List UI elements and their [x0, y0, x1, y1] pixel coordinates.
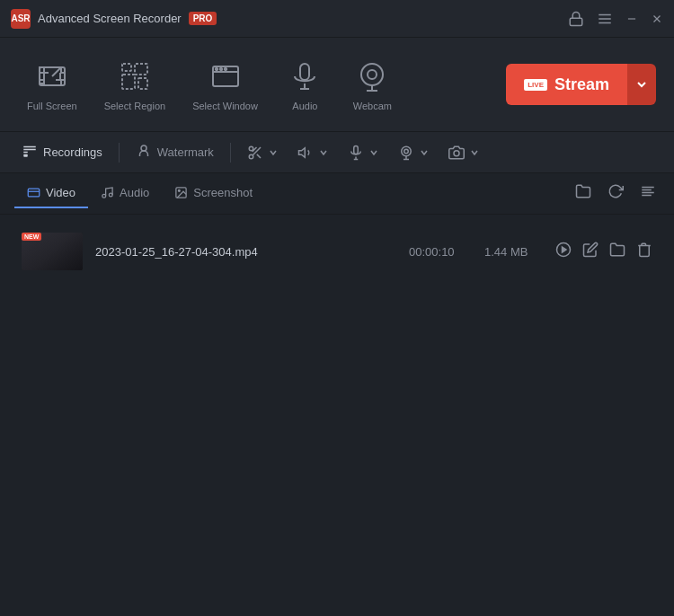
edit-button[interactable] [582, 242, 599, 262]
stream-btn-group: LIVE Stream [506, 64, 656, 105]
svg-rect-19 [300, 64, 309, 80]
new-badge: NEW [22, 233, 41, 241]
recording-duration: 00:00:10 [409, 245, 472, 259]
open-folder-button[interactable] [572, 180, 595, 207]
thumbnail-wrapper: NEW [22, 233, 83, 270]
tab-video[interactable]: Video [14, 179, 88, 208]
app-title: Advanced Screen Recorder [38, 12, 182, 25]
recording-item[interactable]: NEW 2023-01-25_16-27-04-304.mp4 00:00:10… [14, 224, 660, 279]
stream-dropdown-button[interactable] [627, 64, 656, 105]
select-region-label: Select Region [104, 101, 166, 111]
svg-point-41 [404, 149, 409, 154]
svg-point-44 [454, 150, 459, 155]
svg-rect-37 [354, 145, 359, 154]
svg-point-22 [361, 64, 383, 85]
live-badge: LIVE [524, 79, 547, 91]
tab-screenshot[interactable]: Screenshot [162, 179, 265, 208]
stream-label: Stream [554, 75, 609, 94]
app-logo: ASR [11, 9, 31, 29]
svg-point-40 [402, 146, 412, 156]
close-button[interactable] [651, 13, 663, 25]
stream-button[interactable]: LIVE Stream [506, 64, 627, 105]
tab-video-label: Video [46, 186, 75, 199]
pro-badge: PRO [189, 12, 217, 25]
svg-rect-45 [28, 189, 40, 197]
recording-filename: 2023-01-25_16-27-04-304.mp4 [95, 245, 396, 259]
title-bar-left: ASR Advanced Screen Recorder PRO [11, 9, 217, 29]
select-region-icon [116, 57, 154, 95]
content-area: NEW 2023-01-25_16-27-04-304.mp4 00:00:10… [0, 215, 674, 288]
svg-marker-55 [563, 247, 567, 252]
sec-divider-1 [119, 143, 120, 163]
select-window-icon [207, 57, 244, 95]
watermark-icon [136, 143, 152, 163]
svg-point-31 [249, 146, 253, 151]
recordings-label: Recordings [43, 145, 102, 159]
watermark-label: Watermark [157, 145, 214, 159]
svg-rect-10 [122, 64, 131, 71]
select-region-tool[interactable]: Select Region [95, 50, 175, 119]
tab-screenshot-label: Screenshot [193, 186, 253, 199]
menu-button[interactable] [597, 11, 613, 27]
recording-actions [555, 242, 652, 262]
svg-line-34 [257, 154, 261, 157]
webcam-tool[interactable]: Webcam [343, 50, 402, 119]
svg-point-49 [179, 189, 181, 191]
recordings-nav[interactable]: Recordings [14, 138, 110, 167]
select-window-label: Select Window [192, 101, 258, 111]
tab-audio-label: Audio [120, 186, 149, 199]
tab-actions [572, 180, 660, 207]
full-screen-label: Full Screen [27, 101, 77, 111]
refresh-button[interactable] [604, 180, 627, 207]
audio-tool[interactable]: Audio [276, 50, 334, 119]
webcam-label: Webcam [353, 101, 392, 111]
recording-size: 1.44 MB [484, 245, 543, 259]
camera-nav[interactable] [441, 140, 486, 165]
webcam-icon [353, 57, 391, 95]
full-screen-icon [33, 57, 71, 95]
svg-rect-11 [135, 64, 147, 75]
recordings-icon [22, 143, 38, 163]
sec-divider-2 [230, 143, 231, 163]
full-screen-tool[interactable]: Full Screen [18, 50, 86, 119]
audio-label: Audio [292, 101, 317, 111]
svg-rect-12 [122, 75, 135, 89]
open-in-folder-button[interactable] [609, 242, 625, 262]
main-toolbar: Full Screen Select Region [0, 38, 674, 132]
svg-point-46 [102, 194, 106, 198]
title-bar-right [568, 11, 663, 27]
sort-button[interactable] [636, 180, 660, 207]
mic-nav[interactable] [341, 140, 386, 165]
tool-group: Full Screen Select Region [18, 50, 497, 119]
play-button[interactable] [555, 242, 572, 262]
title-bar: ASR Advanced Screen Recorder PRO [0, 0, 674, 38]
svg-point-32 [249, 154, 253, 159]
minimize-button[interactable] [625, 13, 638, 25]
volume-nav[interactable] [290, 140, 335, 165]
audio-icon [286, 57, 324, 95]
svg-rect-13 [138, 78, 147, 89]
tab-audio[interactable]: Audio [88, 179, 162, 208]
tabs-bar: Video Audio Screenshot [0, 173, 674, 215]
lock-button[interactable] [568, 11, 584, 27]
svg-point-18 [224, 68, 226, 70]
svg-point-23 [368, 70, 377, 79]
svg-point-16 [215, 68, 217, 70]
watermark-nav[interactable]: Watermark [129, 138, 221, 167]
trim-nav[interactable] [240, 140, 285, 165]
svg-point-47 [109, 193, 112, 197]
svg-rect-29 [23, 154, 28, 156]
svg-point-17 [219, 68, 221, 70]
select-window-tool[interactable]: Select Window [183, 50, 267, 119]
secondary-toolbar: Recordings Watermark [0, 132, 674, 173]
webcam-sec-nav[interactable] [391, 140, 436, 165]
svg-point-30 [141, 145, 146, 151]
delete-button[interactable] [636, 242, 652, 262]
svg-rect-0 [570, 18, 582, 25]
svg-marker-36 [298, 147, 305, 157]
